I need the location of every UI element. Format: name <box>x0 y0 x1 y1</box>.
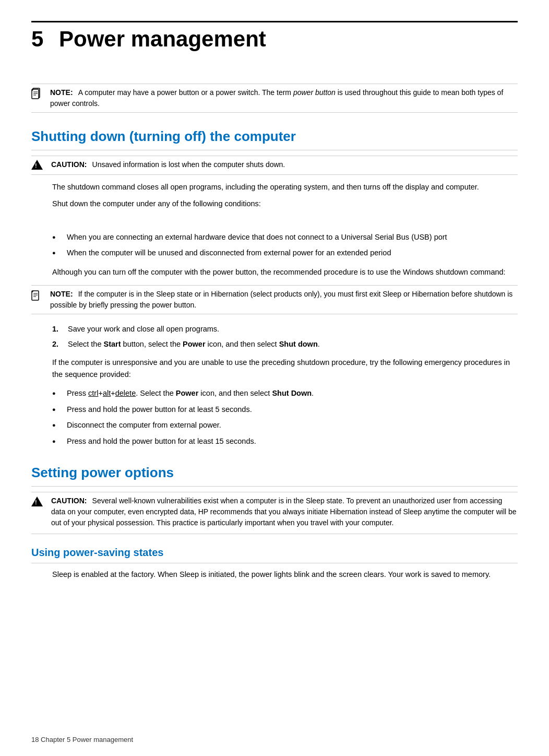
caution-label-1: CAUTION: <box>51 160 87 169</box>
note-box-2: NOTE: If the computer is in the Sleep st… <box>31 285 518 314</box>
step-bold-shutdown: Shut down <box>279 340 318 348</box>
body-text-2: Shut down the computer under any of the … <box>52 198 518 209</box>
subsection-divider-1 <box>31 563 518 563</box>
bullet-text-2-1: Press ctrl+alt+delete. Select the Power … <box>67 387 314 399</box>
power-bold: Power <box>176 389 199 397</box>
bullet-marker-2-2: ● <box>52 405 59 414</box>
note-content-2: NOTE: If the computer is in the Sleep st… <box>50 289 518 311</box>
caution-triangle-2 <box>31 497 43 506</box>
note-italic-1: power button <box>293 88 336 97</box>
section-heading-2: Setting power options <box>31 465 518 483</box>
bullet-2-2: ● Press and hold the power button for at… <box>52 401 518 417</box>
footer-text: 18 Chapter 5 Power management <box>31 736 133 743</box>
step-text-2: Select the Start button, select the Powe… <box>68 338 320 350</box>
note-text-2: If the computer is in the Sleep state or… <box>50 290 512 309</box>
bullet-list-1: ● When you are connecting an external ha… <box>52 229 518 261</box>
body-text-3: Although you can turn off the computer w… <box>52 266 518 278</box>
bullet-marker-2-3: ● <box>52 421 59 430</box>
note-label-2: NOTE: <box>50 290 73 298</box>
section-divider-1 <box>31 150 518 150</box>
chapter-number: 5 <box>31 27 43 51</box>
bullet-text-1-1: When you are connecting an external hard… <box>67 231 447 243</box>
numbered-list-1: 1. Save your work and close all open pro… <box>52 322 518 351</box>
bullet-2-1: ● Press ctrl+alt+delete. Select the Powe… <box>52 385 518 401</box>
bullet-text-1-2: When the computer will be unused and dis… <box>67 247 391 258</box>
step-num-1: 1. <box>52 323 64 335</box>
step-1: 1. Save your work and close all open pro… <box>52 322 518 336</box>
delete-key: delete <box>115 389 136 397</box>
caution-text-2: Several well-known vulnerabilities exist… <box>51 497 517 527</box>
caution-icon-2 <box>31 497 46 508</box>
note-icon-2 <box>31 289 46 302</box>
caution-icon-1 <box>31 160 46 171</box>
svg-rect-2 <box>32 89 39 99</box>
note-label-1: NOTE: <box>50 88 73 97</box>
note-content-1: NOTE: A computer may have a power button… <box>50 87 518 109</box>
bullet-marker-2: ● <box>52 249 59 257</box>
alt-key: alt <box>103 389 111 397</box>
ctrl-key: ctrl <box>88 389 98 397</box>
bullet-1-1: ● When you are connecting an external ha… <box>52 229 518 245</box>
bullet-marker-1: ● <box>52 233 59 242</box>
caution-content-2: CAUTION: Several well-known vulnerabilit… <box>51 495 518 528</box>
subsection-heading-1: Using power-saving states <box>31 547 518 559</box>
top-border <box>31 21 518 22</box>
step-2: 2. Select the Start button, select the P… <box>52 337 518 351</box>
step-bold-power: Power <box>183 340 206 348</box>
body-text-4: If the computer is unresponsive and you … <box>52 357 518 380</box>
caution-box-2: CAUTION: Several well-known vulnerabilit… <box>31 492 518 534</box>
bullet-list-2: ● Press ctrl+alt+delete. Select the Powe… <box>52 385 518 449</box>
note-box-1: NOTE: A computer may have a power button… <box>31 84 518 113</box>
caution-triangle-1 <box>31 160 43 170</box>
bullet-1-2: ● When the computer will be unused and d… <box>52 245 518 261</box>
note-text-1: A computer may have a power button or a … <box>50 88 503 108</box>
section-divider-2 <box>31 486 518 487</box>
caution-text-1: Unsaved information is lost when the com… <box>92 160 285 169</box>
bullet-marker-2-4: ● <box>52 437 59 446</box>
body-text-1: The shutdown command closes all open pro… <box>52 181 518 193</box>
step-num-2: 2. <box>52 338 64 350</box>
note-icon-1 <box>31 88 46 101</box>
shutdown-bold: Shut Down <box>272 389 312 397</box>
step-text-1: Save your work and close all open progra… <box>68 323 219 335</box>
bullet-text-2-4: Press and hold the power button for at l… <box>67 435 256 447</box>
bullet-2-3: ● Disconnect the computer from external … <box>52 417 518 433</box>
svg-rect-7 <box>32 291 39 300</box>
bullet-text-2-2: Press and hold the power button for at l… <box>67 404 252 415</box>
caution-box-1: CAUTION: Unsaved information is lost whe… <box>31 156 518 175</box>
page-footer: 18 Chapter 5 Power management <box>31 736 133 743</box>
caution-content-1: CAUTION: Unsaved information is lost whe… <box>51 159 285 170</box>
chapter-title-text: Power management <box>59 27 266 51</box>
bullet-2-4: ● Press and hold the power button for at… <box>52 433 518 449</box>
section-heading-1: Shutting down (turning off) the computer <box>31 128 518 147</box>
bullet-text-2-3: Disconnect the computer from external po… <box>67 419 221 431</box>
body-text-5: Sleep is enabled at the factory. When Sl… <box>52 569 518 580</box>
bullet-marker-2-1: ● <box>52 389 59 398</box>
chapter-title: 5 Power management <box>31 27 518 52</box>
step-bold-start: Start <box>104 340 121 348</box>
caution-label-2: CAUTION: <box>51 497 87 505</box>
